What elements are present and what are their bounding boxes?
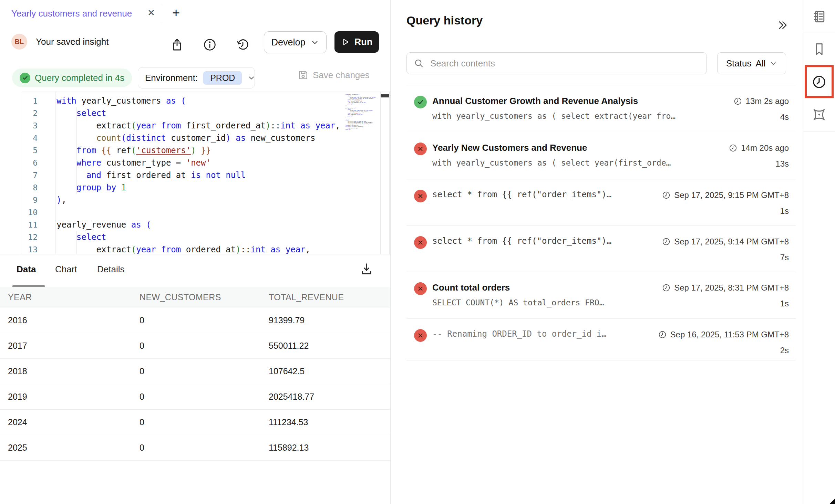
code-line [56,206,340,219]
clock-icon [662,237,671,246]
clock-icon [729,144,738,153]
history-item-title: -- Renaming ORDER_ID to order_id i… [432,329,607,339]
line-number: 2 [22,107,38,119]
error-icon [414,282,427,295]
history-item-duration: 7s [780,253,789,262]
scrollbar-thumb[interactable] [381,94,389,97]
insight-header: BL Your saved insight Develop [0,27,390,64]
new-tab-button[interactable]: + [168,5,184,21]
download-icon[interactable] [360,262,375,277]
sidebar-divider [803,33,835,33]
table-cell: 0 [140,315,144,325]
code-area[interactable]: with yearly_customers as ( select extrac… [56,95,340,255]
table-cell: 2016 [8,315,27,325]
results-header-row: YEAR NEW_CUSTOMERS TOTAL_REVENUE [0,287,390,308]
history-item-title: select * from {{ ref("order_items")… [432,236,611,246]
code-line: order by 1 [346,129,349,130]
saved-insight-label: Your saved insight [36,36,109,47]
avatar: BL [11,34,27,50]
history-item-time: Sep 17, 2025, 9:15 PM GMT+8 [662,190,789,200]
query-history-list: Annual Customer Growth and Revenue Analy… [406,85,796,360]
info-icon[interactable] [203,38,217,52]
chevron-down-icon [770,60,777,67]
check-circle-icon [20,73,30,83]
history-item-duration: 1s [780,206,789,216]
version-history-icon[interactable] [236,38,250,52]
notebook-list-icon[interactable] [812,9,827,24]
table-cell: 2018 [8,366,27,376]
environment-label: Environment: [145,73,198,83]
bookmark-icon[interactable] [812,42,827,57]
column-header-new-customers: NEW_CUSTOMERS [140,292,221,302]
share-icon[interactable] [170,38,184,52]
query-history-item[interactable]: select * from {{ ref("order_items")…Sep … [406,179,796,226]
table-cell: 550011.22 [269,341,309,351]
tab-close-icon[interactable]: ✕ [147,8,155,18]
status-filter-value: All [755,58,765,69]
line-number: 13 [22,243,38,255]
run-button[interactable]: Run [334,31,379,53]
tab-chart[interactable]: Chart [55,264,77,275]
success-icon [414,96,427,108]
error-icon [414,143,427,155]
tab-bar: Yearly customers and revenue ✕ + [0,0,390,27]
query-history-item[interactable]: Annual Customer Growth and Revenue Analy… [406,85,796,132]
code-line: select [56,107,340,119]
column-header-total-revenue: TOTAL_REVENUE [269,292,344,302]
search-icon [414,58,424,69]
query-history-item[interactable]: Yearly New Customers and Revenuewith yea… [406,132,796,179]
play-icon [341,38,350,46]
table-cell: 111234.53 [269,417,308,427]
line-number: 7 [22,169,38,181]
history-item-title: Annual Customer Growth and Revenue Analy… [432,96,638,106]
develop-dropdown[interactable]: Develop [264,31,327,53]
results-grid: 2016091399.7920170550011.2220180107642.5… [0,308,390,461]
line-number: 12 [22,231,38,243]
error-icon [414,190,427,202]
history-item-time: 13m 2s ago [733,96,789,106]
code-line: extract(year from ordered_at)::int as ye… [56,243,340,255]
clock-icon [662,191,671,200]
search-input[interactable] [430,58,700,69]
table-row: 20250115892.13 [0,435,390,461]
save-changes-button[interactable]: Save changes [298,70,370,81]
history-item-query-preview: SELECT COUNT(*) AS total_orders FRO… [432,298,604,307]
environment-selector[interactable]: Environment: PROD [138,67,255,88]
query-history-item[interactable]: -- Renaming ORDER_ID to order_id i…Sep 1… [406,319,796,360]
table-row: 20240111234.53 [0,410,390,435]
tab-yearly-customers-and-revenue[interactable]: Yearly customers and revenue [11,8,132,19]
table-cell: 0 [140,392,144,402]
status-filter-label: Status [726,58,752,69]
query-history-icon[interactable] [812,74,827,90]
code-line: yearly_revenue as ( [56,219,340,231]
line-number: 9 [22,194,38,206]
editor-minimap[interactable]: with yearly_customers as ( select extrac… [346,94,379,252]
line-number: 6 [22,157,38,169]
table-cell: 91399.79 [269,315,305,325]
table-cell: 0 [140,366,144,376]
lineage-icon[interactable] [812,107,827,122]
query-history-item[interactable]: select * from {{ ref("order_items")…Sep … [406,226,796,272]
code-line: with yearly_customers as ( [56,95,340,107]
tab-details[interactable]: Details [97,264,124,275]
code-line: where customer_type = 'new' [56,157,340,169]
table-cell: 2019 [8,392,27,402]
collapse-panel-icon[interactable] [776,19,790,32]
status-row: Query completed in 4s Environment: PROD … [0,63,390,92]
history-item-duration: 1s [780,299,789,308]
query-history-item[interactable]: Count total ordersSELECT COUNT(*) AS tot… [406,272,796,319]
table-row: 20170550011.22 [0,333,390,359]
editor-scrollbar[interactable] [380,92,390,254]
code-line: group by 1 [56,181,340,194]
chevron-down-icon [247,74,256,82]
history-item-title: select * from {{ ref("order_items")… [432,190,611,199]
status-filter-dropdown[interactable]: Status All [717,52,786,74]
chevron-down-icon [310,38,319,47]
resize-handle[interactable] [829,498,835,504]
sql-editor[interactable]: 1234567891011121314151617181920212223242… [22,92,390,255]
search-box[interactable] [406,52,707,74]
history-item-time: Sep 17, 2025, 8:31 PM GMT+8 [662,283,789,293]
history-item-duration: 2s [780,346,789,355]
tab-data[interactable]: Data [17,264,36,275]
clock-icon [662,283,671,292]
